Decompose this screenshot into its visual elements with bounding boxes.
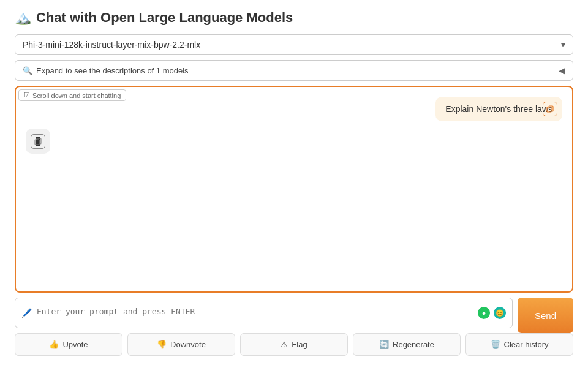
model-selector-label: Phi-3-mini-128k-instruct-layer-mix-bpw-2…	[23, 40, 200, 50]
assistant-message	[26, 129, 50, 154]
pen-icon: 🖊️	[21, 308, 32, 318]
input-wrapper: 🖊️ ● 😊	[15, 298, 513, 333]
chat-container: ☑ Scroll down and start chatting Explain…	[15, 86, 573, 293]
regenerate-icon: 🔄	[379, 340, 389, 349]
clear-history-button[interactable]: 🗑️ Clear history	[466, 333, 573, 356]
user-message: Explain Newton's three laws	[435, 97, 562, 121]
regenerate-button[interactable]: 🔄 Regenerate	[353, 333, 461, 356]
trash-icon: 🗑️	[491, 340, 500, 349]
chat-messages: Explain Newton's three laws	[16, 87, 572, 291]
regenerate-label: Regenerate	[393, 340, 434, 349]
thumbs-down-icon: 👎	[157, 340, 167, 349]
model-selector[interactable]: Phi-3-mini-128k-instruct-layer-mix-bpw-2…	[15, 34, 573, 55]
scroll-hint: ☑ Scroll down and start chatting	[18, 89, 126, 101]
expand-models-text: 🔍 Expand to see the descriptions of 1 mo…	[23, 66, 189, 75]
page-title: 🏔️ Chat with Open Large Language Models	[15, 10, 573, 26]
mountain-icon: 🏔️	[15, 10, 31, 26]
downvote-button[interactable]: 👎 Downvote	[127, 333, 235, 356]
flag-button[interactable]: ⚠ Flag	[240, 333, 348, 356]
svg-rect-0	[547, 107, 551, 112]
input-action-icons: ● 😊	[478, 307, 506, 319]
prompt-input[interactable]	[37, 302, 473, 324]
svg-rect-1	[35, 140, 39, 145]
prompt-input-row: 🖊️ ● 😊	[15, 298, 513, 328]
upvote-label: Upvote	[62, 340, 88, 349]
voice-input-icon[interactable]: ●	[478, 307, 490, 319]
upvote-button[interactable]: 👍 Upvote	[15, 333, 123, 356]
flag-icon: ⚠	[281, 340, 288, 349]
page: 🏔️ Chat with Open Large Language Models …	[0, 0, 588, 368]
expand-models-row[interactable]: 🔍 Expand to see the descriptions of 1 mo…	[15, 60, 573, 81]
input-send-row: 🖊️ ● 😊 Send	[15, 298, 573, 333]
emoji-icon[interactable]: 😊	[494, 307, 506, 319]
flag-label: Flag	[292, 340, 307, 349]
chevron-down-icon: ▾	[561, 40, 565, 50]
copy-user-message-button[interactable]	[543, 102, 557, 116]
downvote-label: Downvote	[170, 340, 206, 349]
checkbox-icon: ☑	[24, 91, 30, 99]
copy-assistant-message-button[interactable]	[31, 134, 45, 149]
send-button[interactable]: Send	[518, 298, 573, 333]
collapse-icon: ◀	[559, 66, 565, 75]
thumbs-up-icon: 👍	[49, 340, 59, 349]
clear-history-label: Clear history	[504, 340, 549, 349]
action-buttons-row: 👍 Upvote 👎 Downvote ⚠ Flag 🔄 Regenerate …	[15, 333, 573, 356]
page-title-text: Chat with Open Large Language Models	[36, 10, 293, 26]
user-message-text: Explain Newton's three laws	[445, 104, 552, 114]
search-icon: 🔍	[23, 66, 32, 75]
